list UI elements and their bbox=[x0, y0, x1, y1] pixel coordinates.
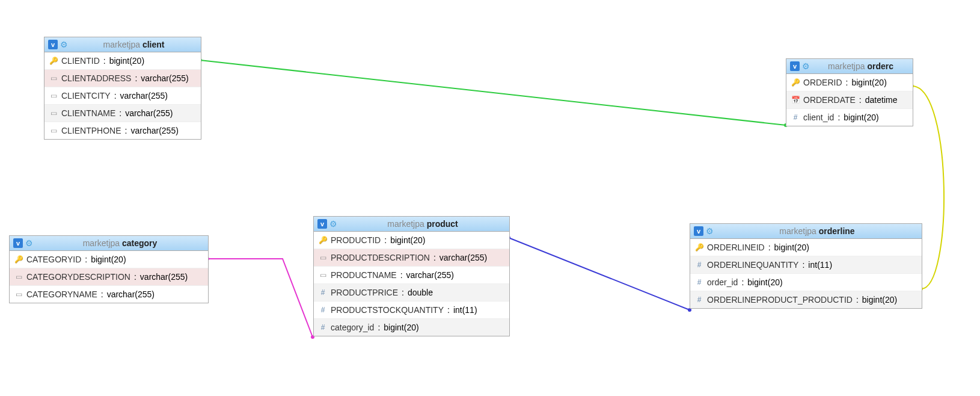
table-header-category[interactable]: v⚙marketjpa category bbox=[10, 236, 208, 251]
column-name: category_id bbox=[331, 323, 374, 332]
column-row[interactable]: #ORDERLINEPRODUCT_PRODUCTID : bigint(20) bbox=[690, 291, 922, 308]
text-icon: ▭ bbox=[49, 109, 58, 117]
column-type: varchar(255) bbox=[140, 272, 188, 282]
text-icon: ▭ bbox=[49, 126, 58, 135]
column-type: varchar(255) bbox=[107, 289, 155, 299]
column-row[interactable]: ▭CLIENTCITY : varchar(255) bbox=[44, 87, 201, 105]
column-type: varchar(255) bbox=[141, 73, 188, 83]
column-row[interactable]: ▭CATEGORYDESCRIPTION : varchar(255) bbox=[10, 268, 208, 286]
text-icon: ▭ bbox=[319, 271, 327, 279]
column-row[interactable]: ▭CLIENTNAME : varchar(255) bbox=[44, 105, 201, 122]
gear-icon[interactable]: ⚙ bbox=[25, 239, 33, 247]
view-badge-icon: v bbox=[13, 238, 23, 248]
table-header-orderc[interactable]: v⚙marketjpa orderc bbox=[786, 59, 913, 74]
gear-icon[interactable]: ⚙ bbox=[60, 40, 68, 49]
table-title: marketjpa client bbox=[70, 40, 197, 49]
column-type: varchar(255) bbox=[125, 108, 173, 118]
column-name: CATEGORYDESCRIPTION bbox=[26, 272, 130, 282]
column-row[interactable]: #ORDERLINEQUANTITY : int(11) bbox=[690, 256, 922, 274]
num-icon: # bbox=[695, 278, 703, 286]
table-client[interactable]: v⚙marketjpa client🔑CLIENTID : bigint(20)… bbox=[44, 37, 201, 140]
text-icon: ▭ bbox=[319, 253, 327, 262]
num-icon: # bbox=[319, 323, 327, 332]
table-name-label: client bbox=[142, 40, 165, 49]
column-type: bigint(20) bbox=[774, 243, 809, 252]
column-row[interactable]: 🔑CLIENTID : bigint(20) bbox=[44, 52, 201, 70]
column-name: CLIENTPHONE bbox=[61, 126, 121, 135]
column-row[interactable]: ▭CATEGORYNAME : varchar(255) bbox=[10, 286, 208, 303]
column-type: bigint(20) bbox=[390, 235, 425, 245]
table-header-orderline[interactable]: v⚙marketjpa orderline bbox=[690, 224, 922, 239]
column-name: CLIENTID bbox=[61, 56, 100, 66]
table-product[interactable]: v⚙marketjpa product🔑PRODUCTID : bigint(2… bbox=[313, 216, 510, 336]
column-name: PRODUCTID bbox=[331, 235, 381, 245]
column-name: ORDERDATE bbox=[803, 95, 856, 105]
column-name: ORDERLINEPRODUCT_PRODUCTID bbox=[707, 295, 853, 305]
column-name: PRODUCTSTOCKQUANTITY bbox=[331, 305, 444, 315]
column-row[interactable]: ▭PRODUCTNAME : varchar(255) bbox=[314, 267, 509, 284]
column-type: bigint(20) bbox=[384, 323, 418, 332]
column-row[interactable]: ▭PRODUCTDESCRIPTION : varchar(255) bbox=[314, 249, 509, 267]
view-badge-icon: v bbox=[48, 40, 58, 49]
view-badge-icon: v bbox=[317, 219, 327, 229]
column-row[interactable]: #order_id : bigint(20) bbox=[690, 274, 922, 291]
column-name: CLIENTNAME bbox=[61, 108, 115, 118]
table-header-product[interactable]: v⚙marketjpa product bbox=[314, 217, 509, 232]
relation-line bbox=[207, 259, 313, 337]
column-type: varchar(255) bbox=[406, 270, 454, 280]
column-row[interactable]: #PRODUCTSTOCKQUANTITY : int(11) bbox=[314, 302, 509, 319]
num-icon: # bbox=[695, 295, 703, 304]
key-icon: 🔑 bbox=[49, 57, 58, 65]
column-row[interactable]: 🔑ORDERLINEID : bigint(20) bbox=[690, 239, 922, 256]
column-name: PRODUCTNAME bbox=[331, 270, 397, 280]
column-type: varchar(255) bbox=[120, 91, 168, 101]
column-row[interactable]: #client_id : bigint(20) bbox=[786, 109, 913, 126]
relation-line bbox=[200, 60, 786, 125]
table-name-label: product bbox=[427, 219, 458, 229]
table-title: marketjpa orderline bbox=[716, 226, 918, 236]
view-badge-icon: v bbox=[790, 61, 800, 71]
table-title: marketjpa product bbox=[340, 219, 506, 229]
text-icon: ▭ bbox=[49, 91, 58, 100]
column-type: bigint(20) bbox=[109, 56, 144, 66]
column-row[interactable]: 🔑ORDERID : bigint(20) bbox=[786, 74, 913, 91]
table-header-client[interactable]: v⚙marketjpa client bbox=[44, 37, 201, 52]
column-type: int(11) bbox=[453, 305, 477, 315]
gear-icon[interactable]: ⚙ bbox=[706, 227, 714, 235]
column-row[interactable]: 🔑PRODUCTID : bigint(20) bbox=[314, 232, 509, 249]
num-icon: # bbox=[695, 261, 703, 269]
schema-label: marketjpa bbox=[83, 238, 120, 248]
key-icon: 🔑 bbox=[14, 255, 23, 264]
key-icon: 🔑 bbox=[791, 78, 800, 87]
column-name: ORDERLINEID bbox=[707, 243, 765, 252]
column-type: bigint(20) bbox=[747, 277, 782, 287]
column-row[interactable]: ▭CLIENTPHONE : varchar(255) bbox=[44, 122, 201, 139]
table-category[interactable]: v⚙marketjpa category🔑CATEGORYID : bigint… bbox=[9, 235, 209, 303]
column-name: CLIENTADDRESS bbox=[61, 73, 131, 83]
column-name: ORDERLINEQUANTITY bbox=[707, 260, 798, 270]
text-icon: ▭ bbox=[49, 74, 58, 82]
column-type: datetime bbox=[865, 95, 898, 105]
schema-label: marketjpa bbox=[779, 226, 816, 236]
key-icon: 🔑 bbox=[319, 236, 327, 244]
column-row[interactable]: ▭CLIENTADDRESS : varchar(255) bbox=[44, 70, 201, 87]
num-icon: # bbox=[791, 113, 800, 122]
column-type: bigint(20) bbox=[91, 255, 126, 264]
column-type: bigint(20) bbox=[862, 295, 897, 305]
column-row[interactable]: #category_id : bigint(20) bbox=[314, 319, 509, 336]
column-row[interactable]: 🔑CATEGORYID : bigint(20) bbox=[10, 251, 208, 268]
gear-icon[interactable]: ⚙ bbox=[329, 220, 337, 228]
date-icon: 📅 bbox=[791, 96, 800, 104]
schema-label: marketjpa bbox=[828, 61, 865, 71]
column-name: ORDERID bbox=[803, 78, 842, 87]
table-orderc[interactable]: v⚙marketjpa orderc🔑ORDERID : bigint(20)📅… bbox=[786, 58, 913, 126]
column-type: bigint(20) bbox=[844, 113, 878, 122]
column-row[interactable]: 📅ORDERDATE : datetime bbox=[786, 91, 913, 109]
column-row[interactable]: #PRODUCTPRICE : double bbox=[314, 284, 509, 302]
column-type: bigint(20) bbox=[851, 78, 886, 87]
relation-line bbox=[509, 238, 690, 310]
table-title: marketjpa category bbox=[35, 238, 204, 248]
table-orderline[interactable]: v⚙marketjpa orderline🔑ORDERLINEID : bigi… bbox=[690, 223, 922, 309]
gear-icon[interactable]: ⚙ bbox=[802, 62, 810, 70]
schema-label: marketjpa bbox=[103, 40, 140, 49]
